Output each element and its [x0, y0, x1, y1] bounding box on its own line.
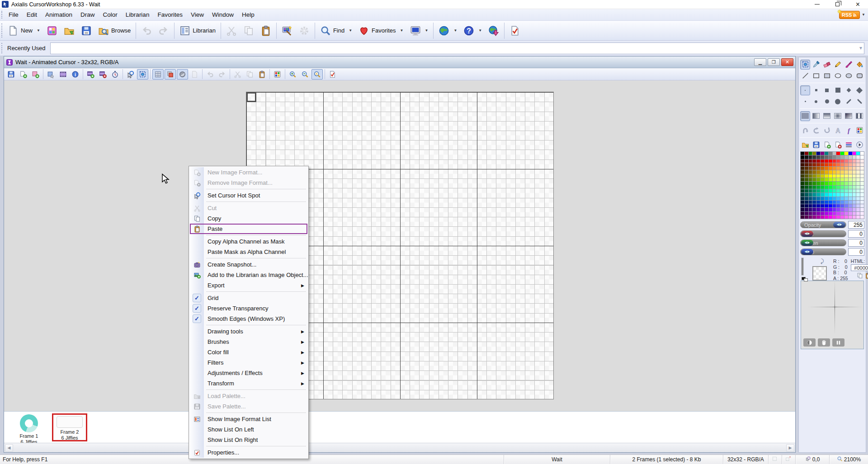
palette-color-cell[interactable]: [860, 208, 864, 211]
palette-color-cell[interactable]: [836, 178, 840, 181]
filled-ellipse-button[interactable]: [844, 71, 854, 81]
palette-color-cell[interactable]: [844, 174, 848, 178]
paste-color-button[interactable]: [865, 272, 868, 280]
palette-color-cell[interactable]: [833, 189, 836, 192]
palette-color-cell[interactable]: [840, 216, 844, 219]
palette-color-cell[interactable]: [812, 208, 816, 211]
palette-color-cell[interactable]: [849, 178, 852, 181]
palette-color-cell[interactable]: [856, 216, 860, 219]
chevron-down-icon[interactable]: ▼: [453, 28, 457, 33]
test-button[interactable]: [327, 69, 338, 80]
palette-color-cell[interactable]: [840, 159, 844, 163]
menu-window[interactable]: Window: [208, 9, 238, 20]
palette-color-cell[interactable]: [836, 193, 840, 196]
palette-color-cell[interactable]: [801, 155, 804, 159]
filled-rectangle-button[interactable]: [822, 71, 832, 81]
palette-color-cell[interactable]: [801, 163, 804, 166]
palette-color-cell[interactable]: [821, 204, 824, 207]
opacity-slider[interactable]: Opacity◀▶: [800, 221, 846, 228]
default-colors-icon[interactable]: [802, 277, 808, 281]
palette-color-cell[interactable]: [829, 197, 832, 200]
preview-contrast-button[interactable]: [803, 338, 816, 347]
palette-color-cell[interactable]: [833, 152, 836, 155]
palette-color-cell[interactable]: [801, 197, 804, 200]
zoom-tool-button[interactable]: [311, 69, 323, 80]
palette-color-cell[interactable]: [821, 201, 824, 204]
palette-color-cell[interactable]: [856, 163, 860, 166]
palette-color-cell[interactable]: [853, 208, 856, 211]
palette-color-cell[interactable]: [816, 178, 820, 181]
palette-color-cell[interactable]: [853, 178, 856, 181]
palette-color-cell[interactable]: [849, 189, 852, 192]
palette-color-cell[interactable]: [821, 216, 824, 219]
palette-color-cell[interactable]: [801, 178, 804, 181]
brush-dot-1-button[interactable]: [800, 85, 810, 95]
palette-color-cell[interactable]: [805, 167, 808, 170]
palette-color-cell[interactable]: [849, 163, 852, 166]
pencil-button[interactable]: [833, 60, 843, 70]
context-menu-item-smooth-edges[interactable]: ✓Smooth Edges (Windows XP): [190, 314, 307, 324]
color-palette-grid[interactable]: [800, 151, 864, 219]
rss-dropdown-arrow[interactable]: ▼: [862, 13, 865, 17]
palette-color-cell[interactable]: [853, 212, 856, 215]
palette-color-cell[interactable]: [829, 170, 832, 173]
palette-color-cell[interactable]: [829, 159, 832, 163]
palette-color-cell[interactable]: [860, 178, 864, 181]
redo-button[interactable]: [155, 23, 172, 39]
palette-color-cell[interactable]: [809, 189, 812, 192]
palette-color-cell[interactable]: [836, 182, 840, 185]
palette-color-cell[interactable]: [801, 167, 804, 170]
palette-color-cell[interactable]: [812, 189, 816, 192]
font-tool-button[interactable]: f: [844, 126, 854, 136]
palette-color-cell[interactable]: [809, 170, 812, 173]
palette-color-cell[interactable]: [840, 182, 844, 185]
zoom-in-button[interactable]: [287, 69, 298, 80]
palette-color-cell[interactable]: [856, 189, 860, 192]
opacity-value[interactable]: 255: [848, 221, 864, 229]
palette-color-cell[interactable]: [825, 182, 828, 185]
palette-color-cell[interactable]: [825, 201, 828, 204]
palette-color-cell[interactable]: [833, 197, 836, 200]
palette-color-cell[interactable]: [836, 201, 840, 204]
palette-color-cell[interactable]: [849, 186, 852, 189]
palette-color-cell[interactable]: [856, 167, 860, 170]
palette-color-cell[interactable]: [856, 212, 860, 215]
palette-color-cell[interactable]: [825, 167, 828, 170]
palette-color-cell[interactable]: [816, 159, 820, 163]
red-slider-thumb[interactable]: ◀▶: [801, 231, 813, 237]
context-menu-item-add-to-librarian[interactable]: Add to the Librarian as Image Object...: [190, 270, 307, 280]
preserve-transparency-button[interactable]: [165, 69, 176, 80]
palette-color-cell[interactable]: [840, 152, 844, 155]
palette-color-cell[interactable]: [812, 159, 816, 163]
palette-color-cell[interactable]: [829, 208, 832, 211]
palette-color-cell[interactable]: [844, 201, 848, 204]
brush-circle-3-button[interactable]: [822, 97, 832, 107]
scroll-right-button[interactable]: ▶: [786, 444, 794, 452]
blue-slider-thumb[interactable]: ◀▶: [801, 249, 813, 255]
new-button[interactable]: New▼: [5, 23, 43, 39]
rounded-rectangle-button[interactable]: [854, 71, 864, 81]
palette-color-cell[interactable]: [836, 197, 840, 200]
palette-color-cell[interactable]: [844, 216, 848, 219]
palette-color-cell[interactable]: [805, 178, 808, 181]
palette-color-cell[interactable]: [816, 186, 820, 189]
info-button[interactable]: i: [70, 69, 81, 80]
fill-gradient-v-button[interactable]: [822, 111, 832, 121]
palette-color-cell[interactable]: [816, 174, 820, 178]
rotate-angle-button[interactable]: [822, 126, 832, 136]
context-menu-item-export[interactable]: Export▶: [190, 280, 307, 291]
palette-color-cell[interactable]: [860, 216, 864, 219]
palette-color-cell[interactable]: [816, 182, 820, 185]
paste-button[interactable]: [257, 23, 274, 39]
palette-color-cell[interactable]: [825, 178, 828, 181]
selection-button[interactable]: [137, 69, 148, 80]
palette-color-cell[interactable]: [821, 189, 824, 192]
palette-color-cell[interactable]: [809, 182, 812, 185]
context-menu-item-show-list-on-right[interactable]: Show List On Right: [190, 435, 307, 445]
document-titlebar[interactable]: Wait - Animated Cursor - 32x32, RGB/A ▁ …: [4, 56, 795, 68]
primary-color-swatch[interactable]: [802, 258, 803, 275]
palette-color-cell[interactable]: [853, 167, 856, 170]
palette-colors-button[interactable]: [854, 126, 864, 136]
palette-color-cell[interactable]: [812, 167, 816, 170]
add-color-button[interactable]: [822, 140, 832, 150]
